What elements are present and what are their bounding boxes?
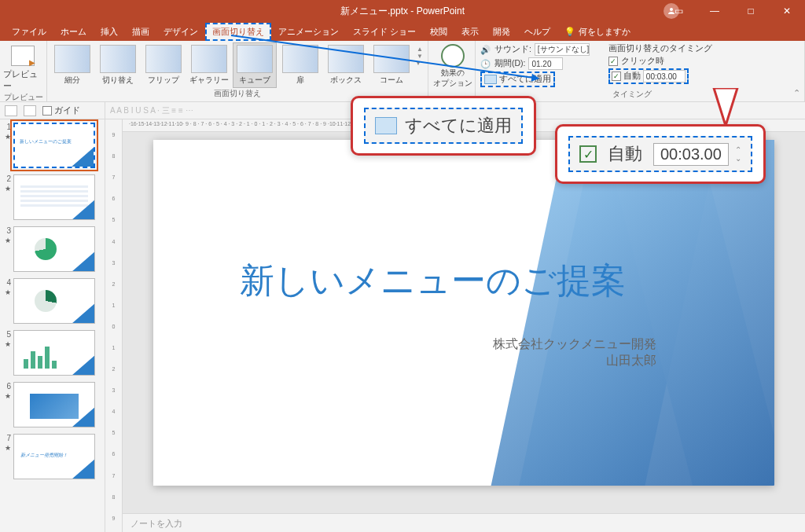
transition-star-icon: ★ [5, 237, 11, 244]
transition-icon [100, 45, 136, 73]
ribbon-display-icon[interactable]: ▭ [660, 0, 697, 22]
transition-star-icon: ★ [5, 392, 11, 400]
transition-switch[interactable]: 切り替え [96, 42, 140, 88]
tab-draw[interactable]: 描画 [125, 23, 156, 41]
vertical-ruler: 9876543210123456789 [105, 119, 123, 532]
duration-label: 期間(D): [494, 58, 526, 69]
window-controls: ▭ — □ ✕ [660, 0, 805, 22]
tell-me-label: 何をしますか [579, 26, 630, 38]
on-click-checkbox[interactable] [608, 57, 618, 66]
ribbon: プレビュー プレビュー 細分 切り替え フリップ ギャラリー キューブ 扉 ボッ… [0, 41, 805, 102]
transition-star-icon: ★ [5, 444, 11, 452]
callout-text: 自動 [608, 142, 642, 166]
tab-help[interactable]: ヘルプ [517, 23, 557, 41]
minimize-button[interactable]: — [697, 0, 733, 22]
tab-review[interactable]: 校閲 [423, 23, 454, 41]
tab-view[interactable]: 表示 [454, 23, 486, 41]
transition-star-icon: ★ [5, 340, 11, 348]
view-icon[interactable] [24, 105, 36, 116]
clock-icon: 🕒 [480, 59, 491, 68]
panel-view-bar: ガイド [0, 102, 105, 119]
ribbon-group-effect-options: 効果の オプション [428, 41, 476, 101]
preview-icon [11, 46, 35, 66]
auto-advance-checkbox[interactable] [612, 72, 621, 81]
transition-star-icon: ★ [5, 288, 11, 296]
checkbox-icon: ✓ [579, 145, 597, 163]
view-icon[interactable] [5, 105, 17, 116]
transition-cube[interactable]: キューブ [233, 42, 277, 88]
spinner-icon: ⌃⌄ [735, 145, 741, 163]
guide-checkbox[interactable] [42, 106, 52, 116]
document-title: 新メニュー.pptx - PowerPoint [340, 5, 465, 18]
callout-value: 00:03.00 [653, 143, 729, 166]
tell-me[interactable]: 💡何をしますか [557, 23, 638, 41]
callout-auto-advance: ✓ 自動 00:03.00 ⌃⌄ [555, 124, 766, 184]
slide-canvas-wrap[interactable]: 新しいメニューのご提案 株式会社クックメニュー開発山田太郎 [123, 132, 805, 513]
close-button[interactable]: ✕ [769, 0, 805, 22]
transition-star-icon: ★ [5, 185, 11, 193]
guide-label: ガイド [54, 105, 80, 116]
maximize-button[interactable]: □ [733, 0, 769, 22]
gallery-more-icon[interactable]: ▲▼▾ [415, 42, 425, 70]
on-click-label: クリック時 [621, 56, 664, 67]
apply-all-icon [375, 117, 397, 134]
tab-design[interactable]: デザイン [156, 23, 205, 41]
ribbon-group-label: プレビュー [3, 92, 43, 105]
tab-transitions[interactable]: 画面切り替え [205, 23, 271, 41]
tab-file[interactable]: ファイル [5, 23, 53, 41]
auto-label: 自動 [623, 71, 641, 82]
transition-icon [54, 45, 90, 73]
lightbulb-icon: 💡 [564, 27, 575, 37]
transition-icon [237, 45, 273, 73]
sound-label: サウンド: [494, 44, 531, 55]
transition-icon [191, 45, 227, 73]
titlebar: 新メニュー.pptx - PowerPoint ▭ — □ ✕ [0, 0, 805, 22]
notes-pane[interactable]: ノートを入力 [123, 513, 805, 532]
slide-thumbnail-7[interactable]: 7★新メニュー発売開始！ [3, 434, 101, 479]
sound-icon: 🔊 [480, 45, 491, 54]
transition-flip[interactable]: フリップ [142, 42, 186, 88]
slide-thumbnail-2[interactable]: 2★ [3, 174, 101, 220]
tab-animations[interactable]: アニメーション [271, 23, 346, 41]
callout-text: すべてに適用 [405, 114, 512, 138]
ribbon-group-transitions: 細分 切り替え フリップ ギャラリー キューブ 扉 ボックス コーム ▲▼▾ 画… [47, 41, 428, 101]
slide-title[interactable]: 新しいメニューのご提案 [240, 258, 626, 304]
transition-comb[interactable]: コーム [369, 42, 414, 88]
duration-field[interactable]: 01.20 [528, 57, 563, 70]
transition-doors[interactable]: 扉 [278, 42, 322, 88]
svg-marker-1 [714, 88, 737, 126]
slide-thumbnail-1[interactable]: 1★新しいメニューのご提案 [3, 123, 101, 168]
apply-all-icon [484, 75, 497, 84]
transition-gallery[interactable]: 細分 切り替え フリップ ギャラリー キューブ 扉 ボックス コーム ▲▼▾ [50, 42, 425, 88]
transition-subdivide[interactable]: 細分 [50, 42, 94, 88]
slide-thumbnail-5[interactable]: 5★ [3, 330, 101, 376]
ribbon-group-timing: 🔊サウンド:[サウンドなし] 🕒期間(D):01.20 すべてに適用 画面切り替… [476, 41, 805, 101]
slide-canvas[interactable]: 新しいメニューのご提案 株式会社クックメニュー開発山田太郎 [153, 140, 774, 486]
tab-insert[interactable]: 挿入 [94, 23, 125, 41]
slide-subtitle[interactable]: 株式会社クックメニュー開発山田太郎 [493, 336, 656, 369]
callout-pointer [698, 88, 753, 126]
tab-developer[interactable]: 開発 [486, 23, 517, 41]
timing-section-label: 画面切り替えのタイミング [608, 43, 712, 54]
transition-icon [145, 45, 182, 73]
preview-label: プレビュー [3, 68, 42, 92]
collapse-ribbon-icon[interactable]: ⌃ [793, 88, 800, 98]
slide-panel[interactable]: 1★新しいメニューのご提案 2★ 3★ 4★ 5★ 6★ 7★新メニュー発売開始… [0, 119, 105, 532]
transition-star-icon: ★ [5, 133, 11, 141]
tab-home[interactable]: ホーム [53, 23, 94, 41]
transition-icon [282, 45, 318, 73]
auto-duration-field[interactable]: 00:03.00 [643, 70, 686, 83]
menubar: ファイル ホーム 挿入 描画 デザイン 画面切り替え アニメーション スライド … [0, 22, 805, 41]
transition-gallery-item[interactable]: ギャラリー [187, 42, 231, 88]
preview-button[interactable]: プレビュー [3, 42, 42, 92]
ribbon-group-preview: プレビュー プレビュー [0, 41, 47, 101]
tab-slideshow[interactable]: スライド ショー [346, 23, 423, 41]
slide-thumbnail-4[interactable]: 4★ [3, 278, 101, 324]
slide-thumbnail-6[interactable]: 6★ [3, 382, 101, 427]
slide-thumbnail-3[interactable]: 3★ [3, 226, 101, 272]
sound-dropdown[interactable]: [サウンドなし] [535, 43, 590, 56]
apply-to-all-button[interactable]: すべてに適用 [480, 72, 555, 87]
decorative-shape [481, 140, 774, 486]
callout-apply-all: すべてに適用 [351, 96, 536, 156]
